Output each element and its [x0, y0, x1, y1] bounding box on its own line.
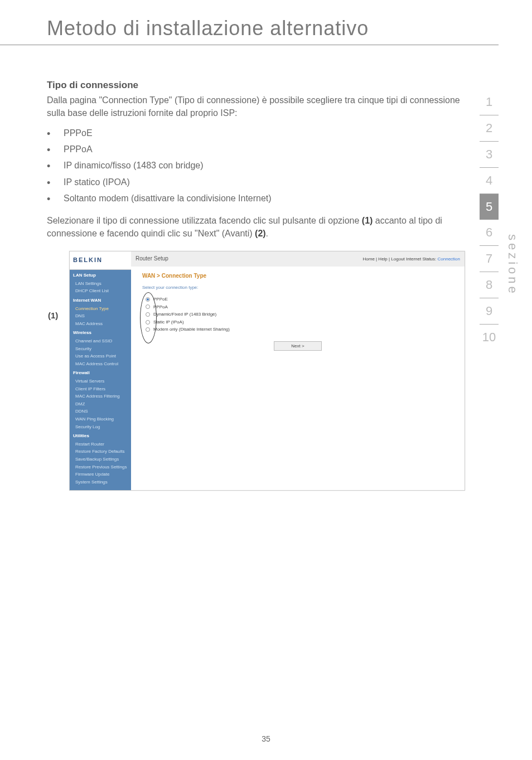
- sidebar-item[interactable]: Firmware Update: [70, 471, 131, 478]
- sidebar-item[interactable]: Save/Backup Settings: [70, 456, 131, 463]
- callout-marker-1: (1): [48, 309, 58, 322]
- sidebar-section-lan: LAN Setup: [70, 270, 131, 280]
- internet-status-value: Connection: [436, 256, 460, 262]
- sidebar-section-firewall: Firewall: [70, 367, 131, 377]
- sidebar-item[interactable]: DNS: [70, 312, 131, 320]
- connection-type-heading: Tipo di connessione: [47, 79, 465, 93]
- sidebar-section-wan: Internet WAN: [70, 295, 131, 305]
- radio-pppoa[interactable]: PPPoA: [142, 303, 453, 311]
- breadcrumb: WAN > Connection Type: [142, 272, 453, 280]
- sidebar-section-utilities: Utilities: [70, 430, 131, 440]
- sidebar-item[interactable]: Restore Previous Settings: [70, 463, 131, 471]
- sidebar-section-wireless: Wireless: [70, 327, 131, 337]
- next-button-wrap: Next >: [142, 341, 453, 351]
- sidebar-item[interactable]: LAN Settings: [70, 280, 131, 288]
- ref-marker-2: (2): [255, 229, 266, 238]
- connection-type-radios: PPPoE PPPoA Dynamic/Fixed IP (1483 Bridg…: [142, 296, 453, 333]
- list-item: IP statico (IPOA): [47, 174, 465, 190]
- nav-8: 8: [480, 272, 499, 298]
- next-button[interactable]: Next >: [274, 341, 321, 351]
- nav-9: 9: [480, 298, 499, 325]
- list-item: PPPoE: [47, 125, 465, 141]
- instruction-paragraph: Selezionare il tipo di connessione utili…: [47, 214, 465, 240]
- sidebar-item[interactable]: Client IP Filters: [70, 385, 131, 393]
- router-screenshot: (1) BELKIN LAN Setup LAN Settings DHCP C…: [69, 251, 465, 491]
- list-item: Soltanto modem (disattivare la condivisi…: [47, 190, 465, 206]
- nav-5: 5: [480, 194, 499, 220]
- radio-static[interactable]: Static IP (IPoA): [142, 318, 453, 326]
- router-topbar: Router Setup Home | Help | Logout Intern…: [131, 251, 465, 267]
- sidebar-item[interactable]: Virtual Servers: [70, 377, 131, 385]
- radio-label: Static IP (IPoA): [153, 319, 184, 326]
- sidebar-item[interactable]: MAC Address Control: [70, 360, 131, 368]
- list-item: IP dinamico/fisso (1483 con bridge): [47, 157, 465, 173]
- page-number: 35: [0, 734, 532, 743]
- router-sidebar: BELKIN LAN Setup LAN Settings DHCP Clien…: [70, 251, 131, 490]
- radio-modem-only[interactable]: Modem only (Disable Internet Sharing): [142, 326, 453, 333]
- radio-label: PPPoA: [153, 304, 168, 311]
- sidebar-item[interactable]: DMZ: [70, 400, 131, 408]
- radio-icon[interactable]: [146, 327, 150, 332]
- nav-2: 2: [480, 115, 499, 142]
- nav-3: 3: [480, 142, 499, 168]
- topbar-links[interactable]: Home | Help | Logout Internet Status:: [363, 256, 437, 262]
- radio-pppoe[interactable]: PPPoE: [142, 296, 453, 303]
- para-text: Selezionare il tipo di connessione utili…: [47, 216, 362, 225]
- intro-paragraph: Dalla pagina "Connection Type" (Tipo di …: [47, 94, 465, 119]
- sidebar-item-connection-type[interactable]: Connection Type: [70, 305, 131, 313]
- sidebar-item[interactable]: Restore Factory Defaults: [70, 448, 131, 456]
- connection-bullet-list: PPPoE PPPoA IP dinamico/fisso (1483 con …: [47, 125, 465, 206]
- sidebar-item[interactable]: MAC Address: [70, 320, 131, 328]
- radio-label: PPPoE: [153, 296, 168, 303]
- sidebar-item[interactable]: DDNS: [70, 408, 131, 415]
- radio-dynamic[interactable]: Dynamic/Fixed IP (1483 Bridge): [142, 311, 453, 318]
- router-body: WAN > Connection Type Select your connec…: [131, 267, 465, 357]
- topbar-title: Router Setup: [136, 255, 168, 263]
- nav-7: 7: [480, 246, 499, 272]
- main-content: Tipo di connessione Dalla pagina "Connec…: [0, 45, 532, 491]
- topbar-right: Home | Help | Logout Internet Status: Co…: [363, 256, 461, 263]
- sidebar-item[interactable]: Restart Router: [70, 440, 131, 448]
- sidebar-item[interactable]: Channel and SSID: [70, 337, 131, 345]
- list-item: PPPoA: [47, 141, 465, 157]
- radio-label: Dynamic/Fixed IP (1483 Bridge): [153, 311, 216, 318]
- sidebar-item[interactable]: DHCP Client List: [70, 287, 131, 295]
- vertical-section-label: sezione: [505, 234, 520, 296]
- router-frame: BELKIN LAN Setup LAN Settings DHCP Clien…: [69, 251, 465, 491]
- nav-4: 4: [480, 168, 499, 194]
- sidebar-item[interactable]: System Settings: [70, 478, 131, 486]
- nav-1: 1: [480, 89, 499, 115]
- nav-10: 10: [480, 325, 499, 350]
- section-nav: 1 2 3 4 5 6 7 8 9 10: [480, 89, 499, 350]
- radio-icon[interactable]: [146, 297, 150, 302]
- sidebar-item[interactable]: Security Log: [70, 423, 131, 431]
- belkin-logo: BELKIN: [70, 251, 131, 270]
- radio-icon[interactable]: [146, 312, 150, 317]
- sidebar-item[interactable]: WAN Ping Blocking: [70, 415, 131, 423]
- para-text: .: [266, 229, 268, 238]
- radio-label: Modem only (Disable Internet Sharing): [153, 326, 230, 333]
- ref-marker-1: (1): [362, 216, 373, 225]
- page-title: Metodo di installazione alternativo: [0, 0, 499, 45]
- radio-icon[interactable]: [146, 320, 150, 325]
- sidebar-item[interactable]: Security: [70, 345, 131, 353]
- sidebar-item[interactable]: MAC Address Filtering: [70, 393, 131, 400]
- radio-icon[interactable]: [146, 304, 150, 309]
- nav-6: 6: [480, 220, 499, 246]
- sidebar-item[interactable]: Use as Access Point: [70, 352, 131, 360]
- router-main: Router Setup Home | Help | Logout Intern…: [131, 251, 465, 490]
- select-connection-label: Select your connection type:: [142, 284, 453, 291]
